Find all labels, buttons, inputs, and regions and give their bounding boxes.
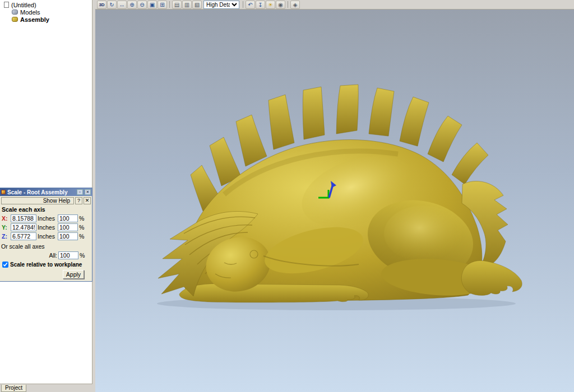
close-icon[interactable]: ✕ — [84, 197, 91, 204]
x-size-input[interactable] — [11, 214, 36, 222]
detail-dropdown[interactable]: High Detail — [203, 1, 239, 9]
x-units-label: Inches — [38, 215, 57, 222]
zoom-out-icon[interactable]: ⊖ — [137, 1, 147, 9]
scale-dialog: Scale - Root Assembly ▫ ✕ Show Help ? ✕ … — [0, 188, 92, 282]
toolbar-separator — [169, 1, 170, 8]
zoom-extents-icon[interactable]: ⊞ — [158, 1, 167, 9]
axis-row-x: X: Inches % — [1, 214, 91, 222]
percent-sign: % — [79, 215, 84, 222]
toggle-3d-view-icon[interactable]: 3D — [97, 1, 107, 9]
y-units-label: Inches — [38, 224, 57, 231]
shading-icon[interactable]: ◈ — [290, 1, 300, 9]
viewport-3d[interactable] — [95, 10, 574, 392]
axis-row-y: Y: Inches % — [1, 223, 91, 231]
z-size-input[interactable] — [11, 232, 36, 240]
models-icon — [12, 10, 18, 15]
z-units-label: Inches — [38, 233, 57, 240]
tree-item-label: Assembly — [20, 16, 49, 23]
x-percent-input[interactable] — [58, 214, 78, 222]
pan-view-icon[interactable]: ↔ — [117, 1, 127, 9]
scale-each-axis-label: Scale each axis — [2, 206, 91, 213]
axis-row-z: Z: Inches % — [1, 232, 91, 240]
view-top-icon[interactable]: ▤ — [172, 1, 182, 9]
dialog-icon — [1, 190, 6, 194]
tree-item-label: Models — [20, 9, 40, 16]
zoom-in-icon[interactable]: ⊕ — [127, 1, 137, 9]
scale-dialog-titlebar[interactable]: Scale - Root Assembly ▫ ✕ — [0, 188, 92, 196]
material-icon[interactable]: ◉ — [276, 1, 285, 9]
all-label: All: — [40, 252, 57, 259]
view-toolbar: 3D ↻ ↔ ⊕ ⊖ ▣ ⊞ ▤ ▥ ▧ High Detail ↶ ↧ ☀ ◉… — [95, 0, 574, 10]
left-panel: (Untitled) Models Assembly Scale - Root … — [0, 0, 92, 392]
model-canvas[interactable] — [95, 10, 574, 392]
y-axis-label: Y: — [2, 224, 10, 231]
scale-relative-checkbox[interactable] — [2, 262, 8, 268]
show-help-button[interactable]: Show Help — [1, 197, 74, 204]
rotate-view-icon[interactable]: ↻ — [107, 1, 117, 9]
z-axis-label: Z: — [2, 233, 10, 240]
toolbar-separator — [288, 1, 288, 8]
dialog-close-button[interactable]: ✕ — [85, 189, 91, 195]
or-scale-all-axes-label: Or scale all axes — [1, 243, 91, 250]
tree-item-untitled[interactable]: (Untitled) — [0, 1, 92, 8]
main-area: 3D ↻ ↔ ⊕ ⊖ ▣ ⊞ ▤ ▥ ▧ High Detail ↶ ↧ ☀ ◉… — [95, 0, 574, 392]
tree-item-assembly[interactable]: Assembly — [0, 16, 92, 23]
tree-item-models[interactable]: Models — [0, 8, 92, 16]
x-axis-label: X: — [2, 215, 10, 222]
all-percent-input[interactable] — [58, 251, 78, 259]
percent-sign: % — [79, 224, 84, 231]
view-iso-icon[interactable]: ▧ — [192, 1, 202, 9]
help-icon[interactable]: ? — [75, 197, 82, 204]
foot — [461, 260, 522, 295]
y-percent-input[interactable] — [58, 223, 78, 231]
dialog-dock-button[interactable]: ▫ — [77, 189, 83, 195]
panel-tab-bar: Project — [0, 384, 92, 392]
model-tree: (Untitled) Models Assembly — [0, 1, 92, 23]
drape-icon[interactable]: ↧ — [256, 1, 265, 9]
all-axes-row: All: % — [1, 251, 91, 259]
percent-sign: % — [80, 252, 84, 259]
tree-item-label: (Untitled) — [11, 2, 36, 8]
hip-highlight — [384, 206, 462, 262]
forearm-ground — [179, 284, 368, 302]
light-icon[interactable]: ☀ — [266, 1, 275, 9]
apply-button[interactable]: Apply — [63, 270, 84, 279]
dialog-title: Scale - Root Assembly — [7, 189, 67, 195]
zoom-window-icon[interactable]: ▣ — [147, 1, 157, 9]
y-size-input[interactable] — [11, 223, 36, 231]
page-icon — [4, 2, 9, 8]
toolbar-separator — [243, 1, 243, 8]
assembly-icon — [12, 17, 18, 22]
scale-relative-label: Scale relative to workplane — [10, 262, 82, 268]
view-front-icon[interactable]: ▥ — [182, 1, 192, 9]
z-percent-input[interactable] — [58, 232, 78, 240]
workplane-checkbox-row: Scale relative to workplane — [2, 262, 91, 268]
tab-project[interactable]: Project — [1, 385, 26, 392]
undo-view-icon[interactable]: ↶ — [246, 1, 255, 9]
percent-sign: % — [79, 233, 84, 240]
model-figure — [157, 85, 522, 310]
